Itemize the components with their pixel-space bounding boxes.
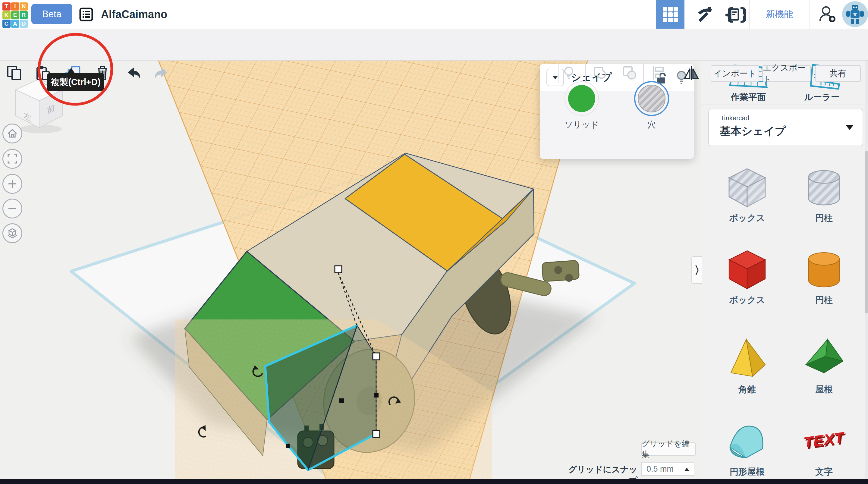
shape-roof[interactable]: 屋根 bbox=[789, 337, 859, 396]
library-brand: Tinkercad bbox=[720, 114, 749, 122]
undo-button[interactable] bbox=[125, 65, 141, 81]
logo-tile: T bbox=[2, 2, 10, 10]
hole-option[interactable]: 穴 bbox=[629, 81, 674, 130]
bottom-window-edge bbox=[0, 479, 868, 484]
zoom-out-button[interactable] bbox=[2, 199, 22, 218]
shape-box-solid[interactable]: ボックス bbox=[712, 247, 782, 306]
blocks-mode-tab[interactable] bbox=[689, 0, 719, 29]
align-button[interactable] bbox=[650, 65, 666, 81]
logo-tile: N bbox=[20, 2, 28, 10]
logo-tile: E bbox=[11, 11, 19, 19]
tooltip-caret bbox=[67, 68, 75, 73]
workplane-label: 作業平面 bbox=[731, 91, 766, 103]
code-blocks-icon: { } bbox=[723, 5, 746, 24]
viewport-3d[interactable]: 上 左 前 bbox=[0, 60, 701, 479]
chevron-down-icon bbox=[846, 125, 854, 130]
svg-text:}: } bbox=[738, 5, 746, 24]
share-button[interactable]: 共有 bbox=[815, 65, 861, 82]
cylinder-hole-icon bbox=[801, 165, 846, 210]
chevron-down-icon bbox=[552, 75, 558, 80]
box-icon bbox=[724, 247, 770, 292]
snap-grid-label: グリッドにスナップ bbox=[561, 464, 638, 479]
codeblocks-mode-tab[interactable]: { } bbox=[720, 0, 749, 29]
show-all-button[interactable] bbox=[561, 65, 577, 81]
ungroup-button[interactable] bbox=[622, 65, 638, 81]
snap-grid-select[interactable]: 0.5 mm bbox=[641, 462, 694, 476]
shape-library-select[interactable]: Tinkercad 基本シェイプ bbox=[708, 109, 863, 146]
toolbar-divider bbox=[177, 63, 177, 83]
tinkercad-editor: T I N K E R C A D Beta AlfaCaimano bbox=[0, 0, 868, 484]
sidebar-collapse-tab[interactable]: 〉 bbox=[691, 256, 702, 284]
shapes-sidebar: 〉 作業平面 ルーラー Tinkercad 基本シェイプ bbox=[701, 60, 868, 479]
avatar[interactable] bbox=[842, 1, 868, 27]
invite-button[interactable] bbox=[814, 0, 841, 29]
cylinder-icon bbox=[801, 247, 846, 292]
add-person-icon bbox=[818, 5, 837, 24]
edge-handle[interactable] bbox=[339, 398, 344, 403]
robot-avatar-image bbox=[842, 1, 868, 27]
edge-handle[interactable] bbox=[286, 444, 290, 448]
roof-icon bbox=[801, 337, 846, 382]
shape-label: 文字 bbox=[815, 466, 833, 478]
shape-label: 円柱 bbox=[815, 212, 833, 224]
edge-handle[interactable] bbox=[374, 393, 378, 397]
shape-round-roof[interactable]: 円形屋根 bbox=[712, 419, 782, 478]
box-hole-icon bbox=[724, 165, 770, 210]
shape-cylinder-hole[interactable]: 円柱 bbox=[789, 165, 859, 224]
mirror-button[interactable] bbox=[684, 65, 699, 81]
redo-button[interactable] bbox=[154, 65, 170, 81]
copy-button[interactable] bbox=[7, 65, 22, 81]
logo-tile: K bbox=[2, 11, 10, 19]
fit-view-button[interactable] bbox=[2, 149, 22, 169]
duplicate-tooltip: 複製(Ctrl+D) bbox=[47, 73, 104, 91]
perspective-toggle-button[interactable] bbox=[2, 223, 22, 243]
shape-cylinder-solid[interactable]: 円柱 bbox=[789, 247, 859, 306]
scale-handle[interactable] bbox=[373, 430, 380, 437]
design-properties-icon[interactable] bbox=[79, 7, 93, 21]
toolbar-divider bbox=[643, 63, 644, 83]
shape-label: 円柱 bbox=[815, 294, 833, 306]
logo-tile: R bbox=[20, 11, 28, 19]
group-button[interactable] bbox=[592, 65, 608, 81]
beta-button[interactable]: Beta bbox=[31, 4, 72, 24]
edit-grid-button[interactable]: グリッドを編集 bbox=[641, 443, 696, 456]
solid-label: ソリッド bbox=[564, 119, 599, 130]
tinkercad-logo[interactable]: T I N K E R C A D bbox=[2, 2, 28, 28]
new-features-link[interactable]: 新機能 bbox=[749, 0, 809, 29]
scale-handle[interactable] bbox=[373, 353, 380, 360]
shape-pyramid[interactable]: 角錐 bbox=[712, 337, 782, 396]
sidebar-divider bbox=[701, 104, 868, 105]
shape-label: 屋根 bbox=[815, 384, 833, 396]
shape-label: ボックス bbox=[730, 212, 765, 224]
shape-box-hole[interactable]: ボックス bbox=[712, 165, 782, 224]
logo-tile: C bbox=[2, 20, 10, 28]
sidebar-scrollbar-thumb[interactable] bbox=[865, 151, 868, 313]
text-shape-icon: TEXT TEXT bbox=[801, 419, 846, 464]
hole-label: 穴 bbox=[647, 119, 656, 130]
library-name: 基本シェイプ bbox=[720, 124, 786, 139]
shape-label: 角錐 bbox=[738, 384, 756, 396]
toolbar-divider bbox=[558, 63, 559, 83]
ruler-label: ルーラー bbox=[804, 91, 839, 103]
shapes-mode-tab[interactable] bbox=[656, 0, 684, 29]
pyramid-icon bbox=[724, 337, 770, 382]
pickaxe-icon bbox=[695, 5, 714, 24]
grid-icon bbox=[661, 6, 679, 23]
logo-tile: I bbox=[11, 2, 19, 10]
zoom-in-button[interactable] bbox=[2, 174, 22, 194]
design-title: AlfaCaimano bbox=[101, 0, 167, 29]
shape-label: 円形屋根 bbox=[730, 466, 765, 478]
logo-tile: A bbox=[11, 20, 19, 28]
toolbar-divider bbox=[585, 63, 586, 83]
logo-tile: D bbox=[20, 20, 28, 28]
shape-label: ボックス bbox=[730, 294, 765, 306]
solid-option[interactable]: ソリッド bbox=[559, 81, 604, 130]
toolbar-divider bbox=[119, 63, 119, 83]
home-view-button[interactable] bbox=[2, 124, 22, 144]
snap-grid-value: 0.5 mm bbox=[642, 464, 674, 474]
shape-text[interactable]: TEXT TEXT 文字 bbox=[789, 419, 859, 478]
top-bar: T I N K E R C A D Beta AlfaCaimano bbox=[0, 0, 868, 29]
scale-handle[interactable] bbox=[335, 266, 342, 273]
import-button[interactable]: インポート bbox=[711, 65, 759, 82]
export-button[interactable]: エクスポート bbox=[762, 65, 811, 82]
